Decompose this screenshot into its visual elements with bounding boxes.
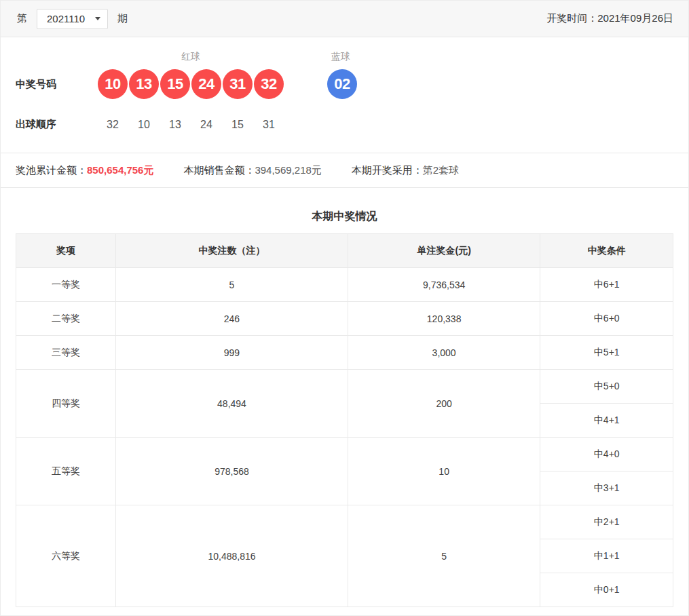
prize-table-row: 一等奖59,736,534中6+1 xyxy=(16,268,673,302)
blue-ball-group-label: 蓝球 xyxy=(326,51,356,63)
draw-order-number: 32 xyxy=(98,119,128,131)
prize-table-header-cell: 单注奖金(元) xyxy=(348,234,540,268)
red-ball: 24 xyxy=(191,69,221,99)
win-condition-cell: 中5+0 xyxy=(540,370,673,404)
red-ball: 10 xyxy=(98,69,128,99)
lottery-results-page: 第 2021110 期 开奖时间：2021年09月26日 红球 蓝球 中奖号码 … xyxy=(0,0,689,616)
red-ball: 15 xyxy=(160,69,190,99)
stat-value: 394,569,218元 xyxy=(255,164,321,176)
win-condition-cell: 中4+1 xyxy=(540,404,673,438)
win-count-cell: 10,488,816 xyxy=(116,505,348,607)
stat-value: 第2套球 xyxy=(423,164,459,176)
draw-time-value: 2021年09月26日 xyxy=(597,12,673,24)
draw-order-row: 出球顺序 321013241531 xyxy=(16,118,688,153)
prize-table-row: 六等奖10,488,8165中2+1 xyxy=(16,505,673,539)
win-condition-cell: 中4+0 xyxy=(540,438,673,471)
draw-time-label: 开奖时间： xyxy=(546,12,597,24)
stat-item: 奖池累计金额：850,654,756元 xyxy=(16,164,153,177)
win-condition-cell: 中6+0 xyxy=(540,302,673,336)
draw-order-number: 13 xyxy=(160,119,190,131)
stat-value: 850,654,756元 xyxy=(87,164,153,176)
period-suffix-label: 期 xyxy=(116,12,129,25)
red-ball: 13 xyxy=(129,69,159,99)
win-condition-cell: 中2+1 xyxy=(540,505,673,539)
red-ball: 32 xyxy=(254,69,284,99)
draw-order-label: 出球顺序 xyxy=(16,118,98,131)
period-select[interactable]: 2021110 xyxy=(37,9,108,29)
prize-amount-cell: 120,338 xyxy=(348,302,540,336)
win-condition-cell: 中1+1 xyxy=(540,539,673,573)
prize-table: 奖项中奖注数（注）单注奖金(元)中奖条件 一等奖59,736,534中6+1二等… xyxy=(16,233,673,607)
win-count-cell: 5 xyxy=(116,268,348,302)
win-condition-cell: 中0+1 xyxy=(540,573,673,607)
prize-name-cell: 二等奖 xyxy=(16,302,116,336)
prize-amount-cell: 10 xyxy=(348,438,540,505)
blue-ball: 02 xyxy=(327,69,357,99)
period-selector-bar: 第 2021110 期 开奖时间：2021年09月26日 xyxy=(1,1,688,37)
prize-table-row: 三等奖9993,000中5+1 xyxy=(16,336,673,370)
stat-item: 本期销售金额：394,569,218元 xyxy=(183,164,321,177)
win-count-cell: 999 xyxy=(116,336,348,370)
prize-amount-cell: 3,000 xyxy=(348,336,540,370)
prize-name-cell: 一等奖 xyxy=(16,268,116,302)
prize-table-section: 本期中奖情况 奖项中奖注数（注）单注奖金(元)中奖条件 一等奖59,736,53… xyxy=(1,210,688,613)
draw-order-number: 10 xyxy=(129,119,159,131)
red-balls-group-label: 红球 xyxy=(98,51,284,63)
red-balls-group: 101315243132 xyxy=(98,69,285,99)
ball-group-labels: 红球 蓝球 xyxy=(98,51,688,63)
stat-item: 本期开奖采用：第2套球 xyxy=(352,164,459,177)
winning-numbers-section: 红球 蓝球 中奖号码 101315243132 02 出球顺序 32101324… xyxy=(1,37,688,153)
stat-label: 本期开奖采用： xyxy=(352,164,423,176)
prize-table-header-cell: 中奖注数（注） xyxy=(116,234,348,268)
win-count-cell: 48,494 xyxy=(116,370,348,438)
prize-table-row: 四等奖48,494200中5+0 xyxy=(16,370,673,404)
prize-name-cell: 六等奖 xyxy=(16,505,116,607)
stats-bar: 奖池累计金额：850,654,756元本期销售金额：394,569,218元本期… xyxy=(1,153,688,188)
stat-label: 本期销售金额： xyxy=(183,164,255,176)
win-count-cell: 978,568 xyxy=(116,438,348,505)
prize-table-header-row: 奖项中奖注数（注）单注奖金(元)中奖条件 xyxy=(16,234,673,268)
draw-order-group: 321013241531 xyxy=(98,119,285,131)
prize-amount-cell: 200 xyxy=(348,370,540,438)
prize-name-cell: 五等奖 xyxy=(16,438,116,505)
red-ball: 31 xyxy=(223,69,253,99)
winning-numbers-row: 中奖号码 101315243132 02 xyxy=(16,69,688,99)
win-condition-cell: 中6+1 xyxy=(540,268,673,302)
draw-time: 开奖时间：2021年09月26日 xyxy=(546,12,673,25)
period-select-value: 2021110 xyxy=(47,13,85,24)
stat-label: 奖池累计金额： xyxy=(16,164,87,176)
winning-numbers-label: 中奖号码 xyxy=(16,78,98,91)
win-condition-cell: 中3+1 xyxy=(540,471,673,505)
chevron-down-icon xyxy=(95,17,100,20)
prize-table-header-cell: 奖项 xyxy=(16,234,116,268)
prize-table-row: 五等奖978,56810中4+0 xyxy=(16,438,673,471)
prize-name-cell: 四等奖 xyxy=(16,370,116,438)
prize-name-cell: 三等奖 xyxy=(16,336,116,370)
prize-table-title: 本期中奖情况 xyxy=(16,210,673,224)
win-condition-cell: 中5+1 xyxy=(540,336,673,370)
prize-table-header-cell: 中奖条件 xyxy=(540,234,673,268)
prize-table-row: 二等奖246120,338中6+0 xyxy=(16,302,673,336)
draw-order-number: 24 xyxy=(191,119,221,131)
prize-amount-cell: 5 xyxy=(348,505,540,607)
draw-order-number: 31 xyxy=(254,119,284,131)
draw-order-number: 15 xyxy=(223,119,253,131)
period-prefix-label: 第 xyxy=(16,12,29,25)
prize-amount-cell: 9,736,534 xyxy=(348,268,540,302)
period-selector: 第 2021110 期 xyxy=(16,9,129,29)
win-count-cell: 246 xyxy=(116,302,348,336)
